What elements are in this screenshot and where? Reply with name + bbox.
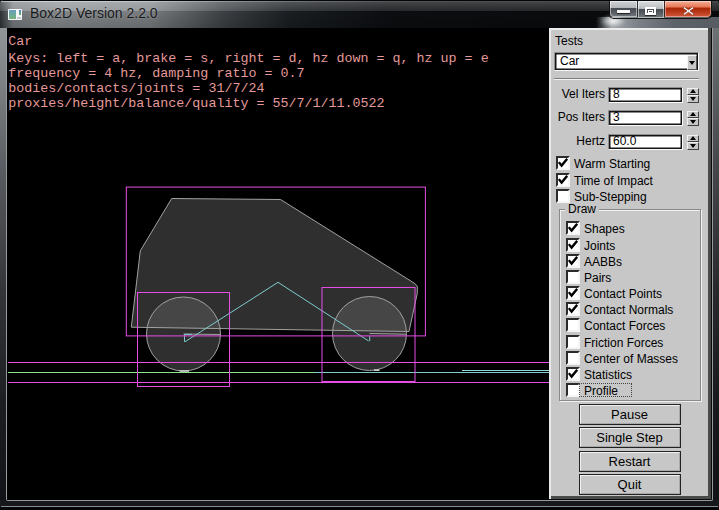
svg-text:bodies/contacts/joints = 31/7/: bodies/contacts/joints = 31/7/24 <box>8 81 264 96</box>
svg-text:proxies/height/balance/quality: proxies/height/balance/quality = 55/7/1/… <box>8 96 384 111</box>
svg-text:Keys: left = a, brake = s, rig: Keys: left = a, brake = s, right = d, hz… <box>8 51 488 66</box>
svg-text:Car: Car <box>8 34 32 49</box>
svg-text:frequency = 4 hz, damping rati: frequency = 4 hz, damping ratio = 0.7 <box>8 66 304 81</box>
